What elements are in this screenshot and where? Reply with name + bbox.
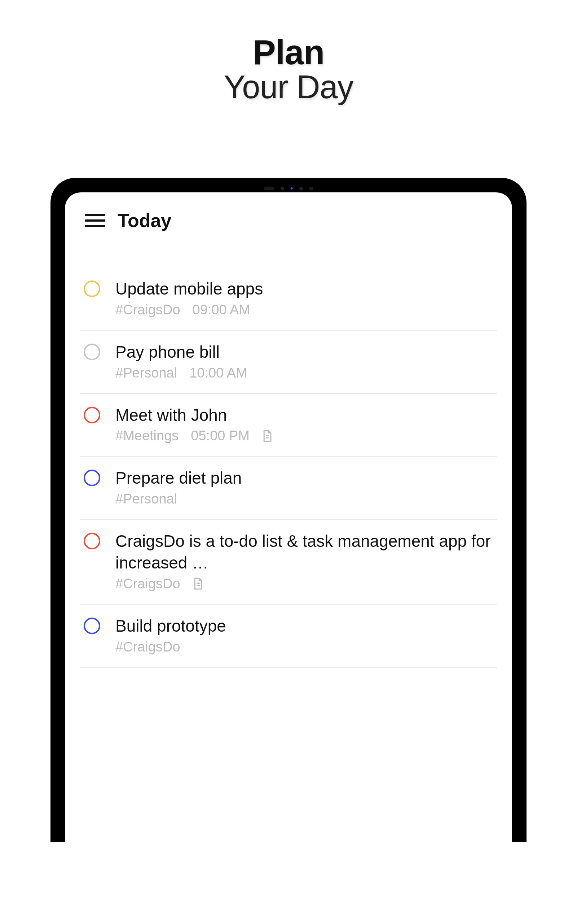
note-icon <box>262 430 272 443</box>
task-meta: #CraigsDo <box>115 639 493 655</box>
task-title: Prepare diet plan <box>115 467 493 489</box>
promo-line-1: Plan <box>0 32 577 72</box>
task-tag: #CraigsDo <box>115 302 180 318</box>
task-tag: #Meetings <box>115 428 179 444</box>
task-tag: #Personal <box>115 491 177 507</box>
promo-title: Plan Your Day <box>0 0 577 116</box>
task-item[interactable]: Pay phone bill#Personal10:00 AM <box>80 331 497 394</box>
app-screen: Today Update mobile apps#CraigsDo09:00 A… <box>65 192 512 842</box>
task-body: Pay phone bill#Personal10:00 AM <box>115 341 493 381</box>
task-item[interactable]: Update mobile apps#CraigsDo09:00 AM <box>80 278 497 331</box>
task-meta: #Meetings05:00 PM <box>115 428 493 444</box>
device-frame: Today Update mobile apps#CraigsDo09:00 A… <box>50 178 527 842</box>
task-complete-circle[interactable] <box>84 407 100 423</box>
task-body: Meet with John#Meetings05:00 PM <box>115 405 493 444</box>
promo-line-2: Your Day <box>0 69 577 106</box>
note-icon <box>193 577 203 590</box>
task-item[interactable]: Meet with John#Meetings05:00 PM <box>80 394 497 457</box>
task-title: Update mobile apps <box>115 278 493 300</box>
task-title: CraigsDo is a to-do list & task manageme… <box>115 531 493 574</box>
task-tag: #Personal <box>115 365 177 381</box>
task-tag: #CraigsDo <box>115 639 180 655</box>
task-title: Build prototype <box>115 615 493 637</box>
task-time: 05:00 PM <box>191 428 250 444</box>
task-complete-circle[interactable] <box>84 470 100 486</box>
task-complete-circle[interactable] <box>84 617 100 634</box>
task-meta: #CraigsDo09:00 AM <box>115 302 493 318</box>
task-item[interactable]: Build prototype#CraigsDo <box>80 604 497 668</box>
task-item[interactable]: Prepare diet plan#Personal <box>80 457 497 520</box>
task-meta: #Personal <box>115 491 493 507</box>
task-complete-circle[interactable] <box>84 533 100 549</box>
page-title: Today <box>118 210 171 231</box>
task-body: Prepare diet plan#Personal <box>115 467 493 507</box>
task-meta: #CraigsDo <box>115 576 493 591</box>
task-title: Pay phone bill <box>115 341 493 363</box>
device-notch <box>264 187 313 190</box>
task-complete-circle[interactable] <box>84 344 100 360</box>
task-tag: #CraigsDo <box>115 576 180 591</box>
task-complete-circle[interactable] <box>84 281 100 297</box>
task-list: Update mobile apps#CraigsDo09:00 AMPay p… <box>80 278 497 668</box>
task-body: Build prototype#CraigsDo <box>115 615 493 655</box>
app-header: Today <box>80 210 497 231</box>
task-meta: #Personal10:00 AM <box>115 365 493 381</box>
task-title: Meet with John <box>115 405 493 426</box>
task-body: Update mobile apps#CraigsDo09:00 AM <box>115 278 493 318</box>
task-time: 10:00 AM <box>189 365 247 381</box>
menu-icon[interactable] <box>85 211 105 230</box>
task-body: CraigsDo is a to-do list & task manageme… <box>115 531 493 591</box>
task-time: 09:00 AM <box>193 302 251 318</box>
task-item[interactable]: CraigsDo is a to-do list & task manageme… <box>80 520 497 604</box>
